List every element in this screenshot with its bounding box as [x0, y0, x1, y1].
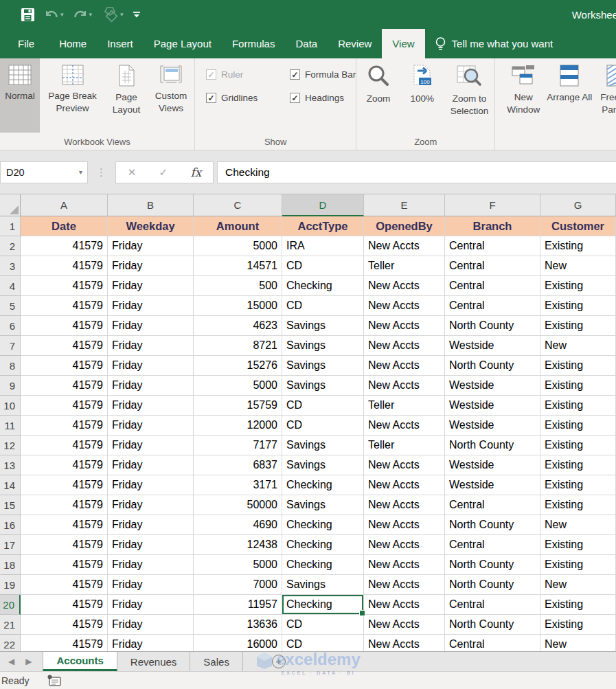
insert-function-icon[interactable]: fx — [190, 166, 201, 179]
cell-F8[interactable]: North County — [445, 356, 540, 376]
cell-D8[interactable]: Savings — [282, 356, 364, 376]
shapes-dropdown-icon[interactable]: ▾ — [120, 11, 124, 18]
cell-D18[interactable]: Checking — [282, 555, 364, 575]
cancel-icon[interactable]: ✕ — [128, 166, 137, 179]
cell-A11[interactable]: 41579 — [21, 416, 108, 436]
sheet-tab-revenues[interactable]: Revenues — [117, 652, 191, 671]
cell-E3[interactable]: Teller — [364, 256, 445, 276]
cell-A21[interactable]: 41579 — [21, 615, 108, 635]
cell-F4[interactable]: Central — [445, 276, 540, 296]
tab-data[interactable]: Data — [285, 29, 328, 58]
cell-A6[interactable]: 41579 — [21, 316, 108, 336]
cell-B2[interactable]: Friday — [108, 236, 194, 256]
cell-C9[interactable]: 5000 — [194, 376, 282, 396]
cell-B16[interactable]: Friday — [108, 515, 194, 535]
row-header-3[interactable]: 3 — [0, 256, 21, 276]
field-header-D1[interactable]: AcctType — [282, 216, 364, 236]
cell-E8[interactable]: New Accts — [364, 356, 445, 376]
row-header-20[interactable]: 20 — [0, 595, 21, 615]
select-all-corner[interactable] — [0, 194, 21, 216]
zoom-100-button[interactable]: 100 100% — [400, 58, 444, 133]
column-header-B[interactable]: B — [108, 194, 194, 216]
cell-G17[interactable]: Existing — [540, 535, 616, 555]
cell-A7[interactable]: 41579 — [21, 336, 108, 356]
cell-F12[interactable]: North County — [445, 436, 540, 455]
column-header-E[interactable]: E — [364, 194, 445, 216]
row-header-5[interactable]: 5 — [0, 296, 21, 316]
cell-E22[interactable]: New Accts — [364, 635, 445, 651]
cell-E21[interactable]: New Accts — [364, 615, 445, 635]
cell-G8[interactable]: Existing — [540, 356, 616, 376]
row-header-4[interactable]: 4 — [0, 276, 21, 296]
save-icon[interactable] — [21, 8, 35, 22]
name-box[interactable]: D20 ▾ — [0, 161, 88, 183]
cell-D9[interactable]: Savings — [282, 376, 364, 396]
qat-customize-icon[interactable] — [133, 10, 141, 19]
cell-B15[interactable]: Friday — [108, 495, 194, 515]
cell-F17[interactable]: Central — [445, 535, 540, 555]
tab-home[interactable]: Home — [49, 29, 97, 58]
cell-G14[interactable]: Existing — [540, 475, 616, 495]
cell-G5[interactable]: Existing — [540, 296, 616, 316]
cell-D2[interactable]: IRA — [282, 236, 364, 256]
cell-G19[interactable]: New — [540, 575, 616, 595]
gridlines-checkbox[interactable]: ✓ Gridlines — [206, 93, 290, 103]
cell-E2[interactable]: New Accts — [364, 236, 445, 256]
cell-C20[interactable]: 11957 — [194, 595, 282, 615]
cell-E7[interactable]: New Accts — [364, 336, 445, 356]
field-header-B1[interactable]: Weekday — [108, 216, 194, 236]
arrange-all-button[interactable]: Arrange All — [546, 58, 593, 133]
cell-A14[interactable]: 41579 — [21, 475, 108, 495]
custom-views-button[interactable]: Custom Views — [148, 58, 194, 133]
cell-F3[interactable]: Central — [445, 256, 540, 276]
cell-D17[interactable]: Checking — [282, 535, 364, 555]
cell-A2[interactable]: 41579 — [21, 236, 108, 256]
cell-G22[interactable]: New — [540, 635, 616, 651]
cell-A8[interactable]: 41579 — [21, 356, 108, 376]
cell-D6[interactable]: Savings — [282, 316, 364, 336]
cell-B12[interactable]: Friday — [108, 436, 194, 455]
field-header-E1[interactable]: OpenedBy — [364, 216, 445, 236]
cell-B3[interactable]: Friday — [108, 256, 194, 276]
column-header-F[interactable]: F — [445, 194, 540, 216]
cell-G13[interactable]: Existing — [540, 455, 616, 475]
cell-C10[interactable]: 15759 — [194, 396, 282, 416]
field-header-C1[interactable]: Amount — [194, 216, 282, 236]
sheet-nav-right-icon[interactable]: ▶ — [25, 657, 32, 666]
cell-D21[interactable]: CD — [282, 615, 364, 635]
cell-B20[interactable]: Friday — [108, 595, 194, 615]
cell-A12[interactable]: 41579 — [21, 436, 108, 455]
formula-bar-splitter[interactable]: ⋮ — [88, 166, 115, 179]
redo-dropdown-icon[interactable]: ▾ — [89, 11, 93, 18]
undo-dropdown-icon[interactable]: ▾ — [60, 11, 64, 18]
cell-F15[interactable]: Central — [445, 495, 540, 515]
undo-icon[interactable]: ▾ — [44, 8, 64, 21]
cell-B19[interactable]: Friday — [108, 575, 194, 595]
page-break-preview-button[interactable]: Page Break Preview — [40, 58, 105, 133]
sheet-tab-sales[interactable]: Sales — [190, 652, 243, 671]
cell-E18[interactable]: New Accts — [364, 555, 445, 575]
cell-G11[interactable]: Existing — [540, 416, 616, 436]
cell-E13[interactable]: New Accts — [364, 455, 445, 475]
cell-F22[interactable]: Central — [445, 635, 540, 651]
row-header-11[interactable]: 11 — [0, 416, 21, 436]
cell-F7[interactable]: Westside — [445, 336, 540, 356]
cell-F14[interactable]: Westside — [445, 475, 540, 495]
cell-C11[interactable]: 12000 — [194, 416, 282, 436]
cell-A5[interactable]: 41579 — [21, 296, 108, 316]
cell-B21[interactable]: Friday — [108, 615, 194, 635]
cell-E20[interactable]: New Accts — [364, 595, 445, 615]
sheet-nav-left-icon[interactable]: ◀ — [8, 657, 14, 666]
column-header-C[interactable]: C — [194, 194, 282, 216]
cell-G15[interactable]: Existing — [540, 495, 616, 515]
column-header-G[interactable]: G — [540, 194, 616, 216]
cell-A19[interactable]: 41579 — [21, 575, 108, 595]
cell-E10[interactable]: Teller — [364, 396, 445, 416]
row-header-6[interactable]: 6 — [0, 316, 21, 336]
cell-D13[interactable]: Savings — [282, 455, 364, 475]
cell-A16[interactable]: 41579 — [21, 515, 108, 535]
cell-F2[interactable]: Central — [445, 236, 540, 256]
cell-C13[interactable]: 6837 — [194, 455, 282, 475]
cell-B11[interactable]: Friday — [108, 416, 194, 436]
cell-D16[interactable]: Checking — [282, 515, 364, 535]
